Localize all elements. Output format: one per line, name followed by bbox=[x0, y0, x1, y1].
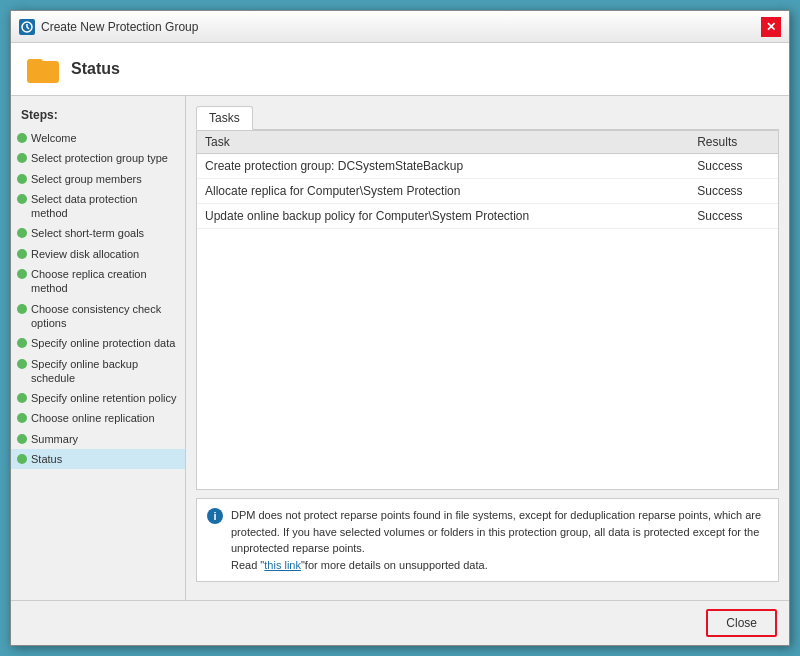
step-label-replica-creation: Choose replica creation method bbox=[31, 267, 177, 296]
table-row: Create protection group: DCSystemStateBa… bbox=[197, 154, 778, 179]
step-label-group-members: Select group members bbox=[31, 172, 177, 186]
info-icon: i bbox=[207, 508, 223, 524]
sidebar-item-online-retention[interactable]: Specify online retention policy bbox=[11, 388, 185, 408]
col-results: Results bbox=[689, 131, 778, 154]
sidebar-item-protection-group-type[interactable]: Select protection group type bbox=[11, 148, 185, 168]
app-icon bbox=[19, 19, 35, 35]
step-dot-online-backup bbox=[17, 359, 27, 369]
step-label-status: Status bbox=[31, 452, 177, 466]
step-dot-status bbox=[17, 454, 27, 464]
sidebar-item-online-protection[interactable]: Specify online protection data bbox=[11, 333, 185, 353]
step-dot-summary bbox=[17, 434, 27, 444]
sidebar-item-short-term-goals[interactable]: Select short-term goals bbox=[11, 223, 185, 243]
tab-tasks[interactable]: Tasks bbox=[196, 106, 253, 130]
sidebar-item-online-replication[interactable]: Choose online replication bbox=[11, 408, 185, 428]
main-panel: Tasks Task Results Create protection gro… bbox=[186, 96, 789, 600]
results-cell: Success bbox=[689, 179, 778, 204]
table-row: Update online backup policy for Computer… bbox=[197, 204, 778, 229]
dialog-header: Status bbox=[11, 43, 789, 96]
table-header-row: Task Results bbox=[197, 131, 778, 154]
step-dot-disk-allocation bbox=[17, 249, 27, 259]
task-cell: Allocate replica for Computer\System Pro… bbox=[197, 179, 689, 204]
sidebar-item-replica-creation[interactable]: Choose replica creation method bbox=[11, 264, 185, 299]
step-label-online-retention: Specify online retention policy bbox=[31, 391, 177, 405]
sidebar-item-consistency-check[interactable]: Choose consistency check options bbox=[11, 299, 185, 334]
close-window-button[interactable]: ✕ bbox=[761, 17, 781, 37]
step-dot-data-protection bbox=[17, 194, 27, 204]
results-cell: Success bbox=[689, 204, 778, 229]
content-area: Task Results Create protection group: DC… bbox=[196, 130, 779, 590]
step-label-online-protection: Specify online protection data bbox=[31, 336, 177, 350]
step-label-summary: Summary bbox=[31, 432, 177, 446]
close-button[interactable]: Close bbox=[706, 609, 777, 637]
step-dot-consistency-check bbox=[17, 304, 27, 314]
info-link[interactable]: this link bbox=[264, 559, 301, 571]
task-cell: Create protection group: DCSystemStateBa… bbox=[197, 154, 689, 179]
col-task: Task bbox=[197, 131, 689, 154]
task-cell: Update online backup policy for Computer… bbox=[197, 204, 689, 229]
results-cell: Success bbox=[689, 154, 778, 179]
sidebar-item-group-members[interactable]: Select group members bbox=[11, 169, 185, 189]
folder-icon bbox=[27, 55, 59, 83]
sidebar-item-data-protection[interactable]: Select data protection method bbox=[11, 189, 185, 224]
step-label-consistency-check: Choose consistency check options bbox=[31, 302, 177, 331]
info-box: i DPM does not protect reparse points fo… bbox=[196, 498, 779, 582]
dialog-header-title: Status bbox=[71, 60, 120, 78]
step-dot-online-protection bbox=[17, 338, 27, 348]
step-dot-replica-creation bbox=[17, 269, 27, 279]
step-dot-online-retention bbox=[17, 393, 27, 403]
step-label-online-backup: Specify online backup schedule bbox=[31, 357, 177, 386]
info-link-prefix: Read " bbox=[231, 559, 264, 571]
table-row: Allocate replica for Computer\System Pro… bbox=[197, 179, 778, 204]
tasks-table: Task Results Create protection group: DC… bbox=[197, 131, 778, 229]
tasks-table-container: Task Results Create protection group: DC… bbox=[196, 130, 779, 490]
info-text: DPM does not protect reparse points foun… bbox=[231, 507, 768, 573]
step-dot-group-members bbox=[17, 174, 27, 184]
sidebar-item-online-backup[interactable]: Specify online backup schedule bbox=[11, 354, 185, 389]
step-dot-welcome bbox=[17, 133, 27, 143]
tab-bar: Tasks bbox=[196, 106, 779, 130]
step-label-short-term-goals: Select short-term goals bbox=[31, 226, 177, 240]
step-dot-protection-group-type bbox=[17, 153, 27, 163]
dialog-title: Create New Protection Group bbox=[41, 20, 198, 34]
step-label-online-replication: Choose online replication bbox=[31, 411, 177, 425]
info-link-suffix: "for more details on unsupported data. bbox=[301, 559, 488, 571]
steps-panel: Steps: Welcome Select protection group t… bbox=[11, 96, 186, 600]
step-label-welcome: Welcome bbox=[31, 131, 177, 145]
step-label-data-protection: Select data protection method bbox=[31, 192, 177, 221]
dialog-footer: Close bbox=[11, 600, 789, 645]
step-label-disk-allocation: Review disk allocation bbox=[31, 247, 177, 261]
sidebar-item-summary[interactable]: Summary bbox=[11, 429, 185, 449]
step-label-protection-group-type: Select protection group type bbox=[31, 151, 177, 165]
sidebar-item-status[interactable]: Status bbox=[11, 449, 185, 469]
sidebar-item-disk-allocation[interactable]: Review disk allocation bbox=[11, 244, 185, 264]
title-bar: Create New Protection Group ✕ bbox=[11, 11, 789, 43]
step-dot-short-term-goals bbox=[17, 228, 27, 238]
info-text-before: DPM does not protect reparse points foun… bbox=[231, 509, 761, 554]
sidebar-item-welcome[interactable]: Welcome bbox=[11, 128, 185, 148]
dialog-body: Steps: Welcome Select protection group t… bbox=[11, 96, 789, 600]
steps-label: Steps: bbox=[11, 104, 185, 128]
title-bar-left: Create New Protection Group bbox=[19, 19, 198, 35]
dialog-window: Create New Protection Group ✕ Status Ste… bbox=[10, 10, 790, 646]
step-dot-online-replication bbox=[17, 413, 27, 423]
